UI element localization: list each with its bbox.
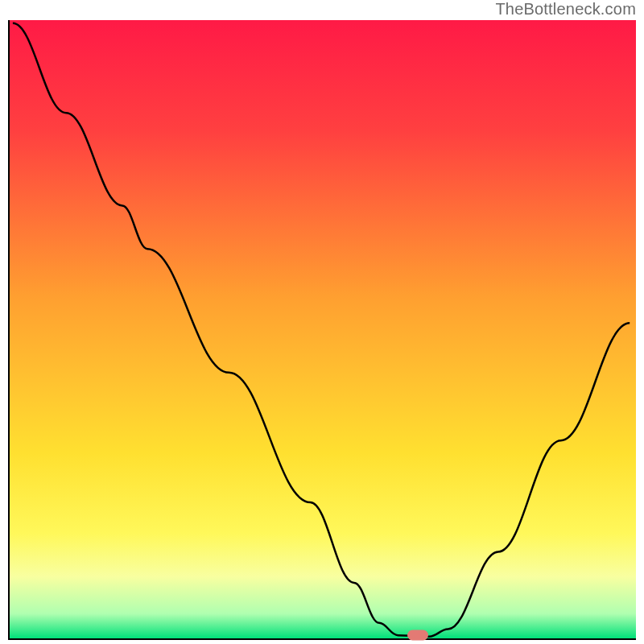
optimal-point-marker: [407, 630, 428, 641]
bottleneck-chart: [8, 20, 636, 640]
gradient-background: [10, 20, 636, 638]
watermark-text: TheBottleneck.com: [495, 0, 636, 19]
chart-svg: [10, 20, 636, 638]
